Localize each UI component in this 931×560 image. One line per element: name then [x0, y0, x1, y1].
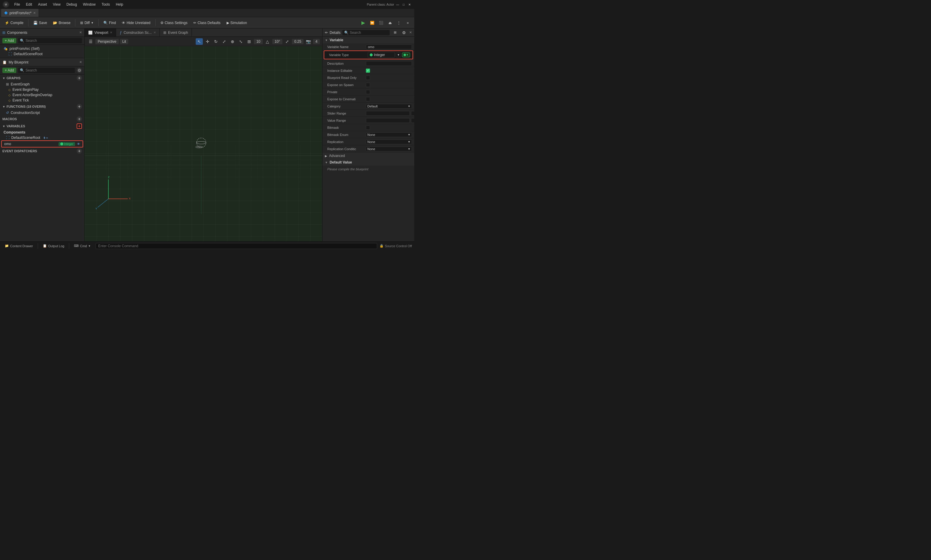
- blueprint-add-button[interactable]: + Add: [2, 68, 16, 73]
- simulation-button[interactable]: ▶ Simulation: [224, 20, 250, 26]
- scale-snap-button[interactable]: ⤢: [284, 38, 291, 45]
- details-settings-button[interactable]: ⚙: [400, 29, 407, 36]
- advanced-section-header[interactable]: ▶ Advanced: [322, 152, 414, 159]
- variable-section-header[interactable]: ▼ Variable: [322, 37, 414, 43]
- compile-button[interactable]: ⚡ Compile: [2, 20, 26, 26]
- menu-asset[interactable]: Asset: [35, 2, 49, 7]
- expand-button[interactable]: »: [404, 19, 412, 27]
- lit-button[interactable]: Lit: [120, 39, 129, 44]
- default-scene-root-var-item[interactable]: ⛶ DefaultSceneRoot ⬆⇒: [0, 135, 84, 140]
- blueprint-close-button[interactable]: ✕: [79, 60, 82, 64]
- minimize-button[interactable]: —: [395, 2, 400, 7]
- save-button[interactable]: 💾 Save: [31, 20, 49, 26]
- class-defaults-button[interactable]: ✏ Class Defaults: [191, 20, 223, 26]
- viewport-canvas[interactable]: X Z Y: [85, 46, 322, 241]
- output-log-button[interactable]: 📋 Output Log: [40, 243, 66, 248]
- hide-unrelated-button[interactable]: 👁 Hide Unrelated: [119, 20, 153, 26]
- menu-view[interactable]: View: [51, 2, 63, 7]
- menu-edit[interactable]: Edit: [23, 2, 34, 7]
- bitmask-enum-select[interactable]: None ▼: [366, 132, 412, 137]
- graphs-section-header[interactable]: ▼ GRAPHS +: [0, 74, 84, 82]
- expose-cinematics-checkbox[interactable]: [366, 97, 370, 101]
- tab-construction-script[interactable]: ƒ Construction Sc... ✕: [116, 28, 159, 37]
- viewport-options-button[interactable]: ☰: [87, 38, 94, 45]
- construction-tab-close[interactable]: ✕: [154, 31, 156, 34]
- console-command-input[interactable]: [96, 243, 377, 249]
- macros-add-button[interactable]: +: [77, 116, 82, 122]
- event-actor-overlap-item[interactable]: ◇ Event ActorBeginOverlap: [0, 92, 84, 98]
- class-settings-button[interactable]: ⚙ Class Settings: [158, 20, 190, 26]
- blueprint-settings-button[interactable]: ⚙: [77, 68, 82, 73]
- maximize-button[interactable]: □: [401, 2, 406, 7]
- components-search-input[interactable]: [26, 38, 80, 43]
- select-mode-button[interactable]: ↖: [196, 38, 203, 45]
- details-close-button[interactable]: ✕: [409, 31, 412, 34]
- tab-print-from-arc[interactable]: 🔷 printFromArc* ✕: [1, 9, 39, 17]
- translate-rotate-button[interactable]: ⊕: [229, 38, 236, 45]
- details-search-input[interactable]: [350, 31, 388, 35]
- slider-range-min-input[interactable]: [366, 111, 410, 116]
- camera-speed-button[interactable]: 📷: [305, 38, 312, 45]
- variables-add-button[interactable]: +: [77, 123, 82, 129]
- bitmask-checkbox[interactable]: [366, 126, 370, 130]
- blueprint-search-input[interactable]: [26, 68, 73, 72]
- value-range-min-input[interactable]: [366, 118, 410, 123]
- variables-section-header[interactable]: ▼ VARIABLES +: [0, 123, 84, 130]
- expose-on-spawn-checkbox[interactable]: [366, 83, 370, 87]
- find-button[interactable]: 🔍 Find: [101, 20, 118, 26]
- close-button[interactable]: ✕: [407, 2, 412, 7]
- menu-tools[interactable]: Tools: [99, 2, 112, 7]
- event-tick-item[interactable]: ◇ Event Tick: [0, 98, 84, 103]
- omo-visibility-icon[interactable]: 👁: [77, 142, 80, 146]
- menu-debug[interactable]: Debug: [64, 2, 79, 7]
- camera-speed-value[interactable]: 4: [313, 39, 320, 44]
- content-drawer-button[interactable]: 📁 Content Drawer: [2, 243, 35, 248]
- eject-button[interactable]: ⏏: [386, 19, 394, 27]
- variable-type-button[interactable]: Integer: [368, 52, 395, 58]
- rotation-snap-button[interactable]: △: [264, 38, 271, 45]
- rotation-snap-value[interactable]: 10°: [272, 39, 282, 44]
- play-button[interactable]: ▶: [359, 19, 367, 27]
- grid-snap-value[interactable]: 10: [254, 39, 262, 44]
- tab-viewport[interactable]: ⬜ Viewport ✕: [85, 28, 116, 37]
- tab-event-graph[interactable]: ⊞ Event Graph: [160, 28, 192, 37]
- cmd-dropdown-button[interactable]: ⌨ Cmd ▼: [72, 243, 93, 248]
- value-range-max-input[interactable]: [411, 118, 414, 123]
- category-select[interactable]: Default ▼: [366, 104, 412, 109]
- tab-close-button[interactable]: ✕: [33, 11, 35, 15]
- source-control-button[interactable]: 🔒 Source Control Off: [379, 244, 412, 248]
- diff-button[interactable]: ⊞ Diff ▼: [78, 20, 96, 26]
- component-scene-root-item[interactable]: ⛶ DefaultSceneRoot: [0, 51, 84, 57]
- variable-type-dropdown-button[interactable]: ▼: [396, 52, 401, 57]
- replication-select[interactable]: None ▼: [366, 140, 412, 144]
- component-self-item[interactable]: 🎭 printFromArc (Self): [0, 46, 84, 51]
- components-close-button[interactable]: ✕: [79, 31, 82, 34]
- scale-button[interactable]: ⤢: [220, 38, 228, 45]
- variable-type-array-button[interactable]: ▼: [402, 52, 410, 57]
- event-graph-item[interactable]: ⊞ EventGraph: [0, 82, 84, 87]
- event-dispatchers-section-header[interactable]: EVENT DISPATCHERS +: [0, 148, 84, 155]
- menu-help[interactable]: Help: [113, 2, 126, 7]
- rotate-button[interactable]: ↻: [212, 38, 219, 45]
- default-value-section-header[interactable]: ▼ Default Value: [322, 159, 414, 166]
- description-input[interactable]: [366, 61, 412, 66]
- instance-editable-checkbox[interactable]: ✓: [366, 69, 370, 73]
- event-begin-play-item[interactable]: ◇ Event BeginPlay: [0, 87, 84, 92]
- construction-script-item[interactable]: ↺ ConstructionScript: [0, 110, 84, 115]
- translate-button[interactable]: ✛: [204, 38, 211, 45]
- perspective-button[interactable]: Perspective: [95, 39, 119, 44]
- components-add-button[interactable]: + Add: [2, 38, 16, 43]
- replication-condition-select[interactable]: None ▼: [366, 146, 412, 151]
- surface-snapping-button[interactable]: ⊞: [246, 38, 253, 45]
- functions-add-button[interactable]: +: [77, 104, 82, 109]
- more-options-button[interactable]: ⋮: [395, 19, 403, 27]
- blueprint-read-only-checkbox[interactable]: [366, 76, 370, 80]
- macros-section-header[interactable]: MACROS +: [0, 115, 84, 123]
- variable-name-input[interactable]: [366, 45, 412, 49]
- slider-range-max-input[interactable]: [411, 111, 414, 116]
- skip-button[interactable]: ⏩: [368, 19, 376, 27]
- private-checkbox[interactable]: [366, 90, 370, 94]
- event-dispatchers-add-button[interactable]: +: [77, 148, 82, 154]
- functions-section-header[interactable]: ▼ FUNCTIONS (18 OVERRI) +: [0, 103, 84, 110]
- viewport-tab-close[interactable]: ✕: [110, 31, 112, 34]
